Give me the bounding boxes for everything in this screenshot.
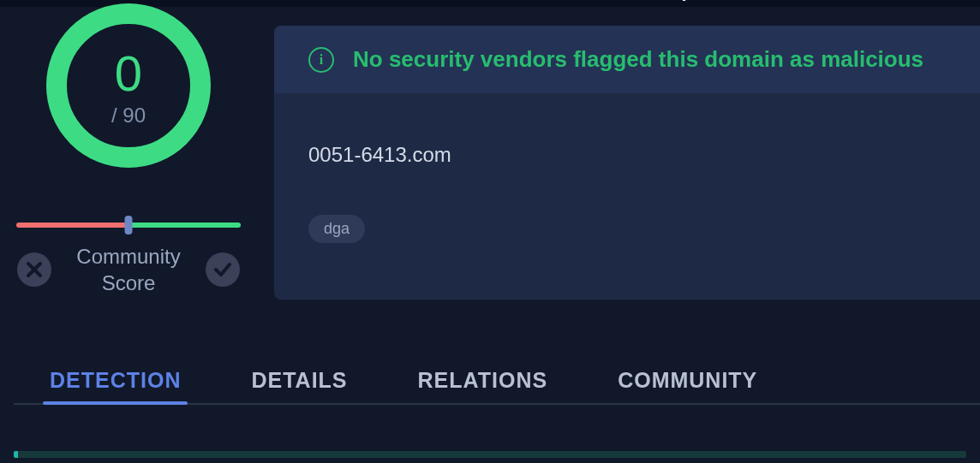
tag-list: dga: [308, 215, 946, 243]
close-icon: [24, 259, 45, 280]
community-label-line2: Score: [76, 270, 180, 296]
main-info-panel: i No security vendors flagged this domai…: [274, 26, 980, 300]
community-score-knob: [125, 216, 133, 234]
domain-name: 0051-6413.com: [308, 143, 946, 167]
community-score-bar: [16, 223, 241, 228]
tab-bar: DETECTION DETAILS RELATIONS COMMUNITY: [14, 358, 980, 405]
check-icon: [212, 259, 233, 280]
community-score-label: Community Score: [76, 243, 180, 296]
tab-details[interactable]: DETAILS: [251, 358, 347, 403]
vote-down-button[interactable]: [17, 252, 51, 287]
score-panel: 0 / 90 Community Score: [0, 7, 257, 296]
tab-community[interactable]: COMMUNITY: [618, 358, 757, 403]
domain-info: 0051-6413.com dga: [274, 93, 980, 269]
vote-up-button[interactable]: [206, 252, 240, 287]
score-value: 0: [115, 49, 142, 98]
tab-detection[interactable]: DETECTION: [50, 358, 181, 403]
section-accent-bar: [14, 451, 966, 458]
score-circle-wrap: 0 / 90: [14, 7, 243, 171]
info-icon: i: [308, 47, 334, 73]
top-notice-text: Did you intend to search across the fil: [648, 0, 963, 2]
score-denominator: / 90: [111, 104, 146, 128]
tab-relations[interactable]: RELATIONS: [418, 358, 548, 403]
community-vote-row: Community Score: [14, 243, 243, 296]
score-text-wrap: 0 / 90: [43, 0, 214, 171]
tag-dga[interactable]: dga: [308, 215, 365, 243]
safety-banner: i No security vendors flagged this domai…: [274, 26, 980, 93]
community-label-line1: Community: [76, 243, 180, 270]
safety-banner-text: No security vendors flagged this domain …: [353, 46, 923, 73]
detection-score-circle: 0 / 90: [43, 0, 214, 171]
